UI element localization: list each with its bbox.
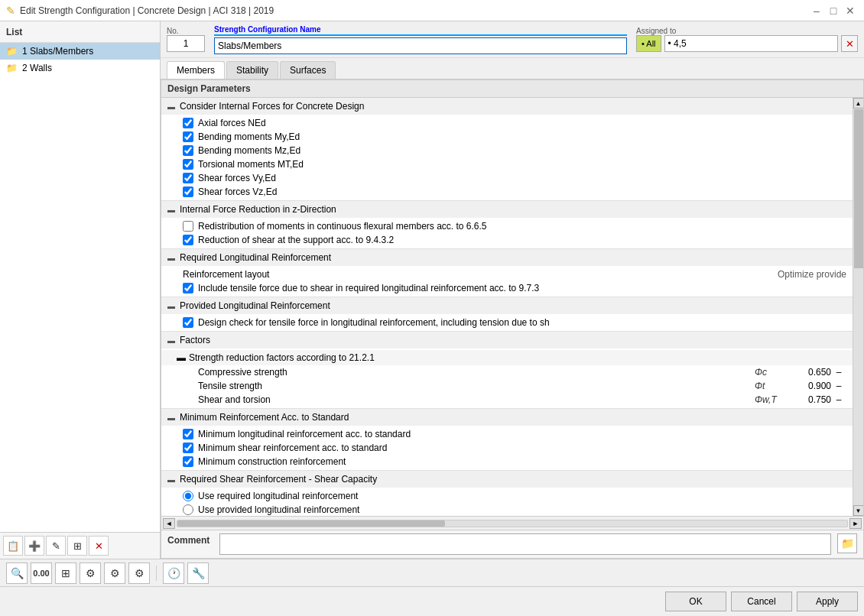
params-scroll[interactable]: ▬ Consider Internal Forces for Concrete … — [161, 98, 853, 516]
section-header-internal-reduction[interactable]: ▬ Internal Force Reduction in z-Directio… — [161, 201, 853, 218]
cb-torsional: Torsional moments MT,Ed — [161, 157, 853, 171]
assigned-label: Assigned to — [636, 27, 858, 35]
cancel-button[interactable]: Cancel — [731, 592, 792, 611]
sub-section-strength-reduction[interactable]: ▬ Strength reduction factors according t… — [161, 350, 853, 365]
checkbox-shear-vz[interactable] — [183, 186, 193, 197]
content-area: List 📁 1 Slabs/Members 📁 2 Walls 📋 ➕ ✎ ⊞… — [0, 21, 864, 559]
cb-bending-my: Bending moments My,Ed — [161, 130, 853, 144]
scroll-thumb — [854, 109, 863, 268]
config-name-input[interactable] — [214, 37, 627, 54]
comment-browse-button[interactable]: 📁 — [837, 533, 857, 553]
sidebar-header: List — [0, 21, 160, 43]
assigned-all-button[interactable]: • All — [636, 35, 661, 52]
section-factors: ▬ Factors ▬ Strength reduction factors a… — [161, 332, 853, 409]
section-header-min-reinforcement[interactable]: ▬ Minimum Reinforcement Acc. to Standard — [161, 409, 853, 426]
sidebar-copy-button[interactable]: 📋 — [3, 536, 23, 556]
section-header-consider-internal[interactable]: ▬ Consider Internal Forces for Concrete … — [161, 98, 853, 115]
tab-stability[interactable]: Stability — [226, 61, 278, 79]
factor-tensile-symbol: Φt — [755, 381, 785, 391]
radio-provided-long[interactable] — [183, 504, 193, 515]
collapse-icon-2: ▬ — [167, 206, 177, 214]
checkbox-include-tensile[interactable] — [183, 283, 193, 293]
section-header-required-shear[interactable]: ▬ Required Shear Reinforcement - Shear C… — [161, 471, 853, 488]
dialog-buttons: OK Cancel Apply — [0, 586, 864, 616]
config-toolbar-button[interactable]: 🔧 — [187, 563, 209, 584]
factor-shear-value: 0.750 — [785, 394, 831, 405]
cb-min-longitudinal: Minimum longitudinal reinforcement acc. … — [161, 427, 853, 441]
no-field: No. — [167, 27, 205, 52]
checkbox-bending-my[interactable] — [183, 131, 193, 142]
comment-label: Comment — [167, 533, 213, 546]
scroll-up-button[interactable]: ▲ — [853, 98, 864, 109]
checkbox-axial[interactable] — [183, 118, 193, 128]
section-provided-long: ▬ Provided Longitudinal Reinforcement De… — [161, 297, 853, 332]
search-toolbar-button[interactable]: 🔍 — [6, 563, 28, 584]
factor-compressive-value: 0.650 — [785, 367, 831, 378]
checkbox-torsional[interactable] — [183, 159, 193, 170]
section-header-provided-long[interactable]: ▬ Provided Longitudinal Reinforcement — [161, 297, 853, 314]
assigned-clear-button[interactable]: ✕ — [841, 35, 858, 52]
section-header-required-long[interactable]: ▬ Required Longitudinal Reinforcement — [161, 249, 853, 266]
apply-button[interactable]: Apply — [797, 592, 858, 611]
label-bending-mz: Bending moments Mz,Ed — [198, 145, 300, 156]
grid-toolbar-button[interactable]: ⊞ — [55, 563, 76, 584]
sidebar-grid-button[interactable]: ⊞ — [67, 536, 87, 556]
section-content-1: Axial forces NEd Bending moments My,Ed B… — [161, 115, 853, 200]
section-title-internal-reduction: Internal Force Reduction in z-Direction — [180, 204, 336, 215]
sidebar-item-walls[interactable]: 📁 2 Walls — [0, 60, 160, 76]
label-axial: Axial forces NEd — [198, 118, 266, 128]
settings1-toolbar-button[interactable]: ⚙ — [80, 563, 101, 584]
sidebar-add-button[interactable]: ➕ — [24, 536, 44, 556]
folder-icon-walls: 📁 — [6, 63, 18, 73]
scroll-left-button[interactable]: ◄ — [163, 518, 175, 529]
checkbox-min-shear[interactable] — [183, 443, 193, 453]
checkbox-redistribution[interactable] — [183, 221, 193, 232]
toolbar-separator — [156, 566, 157, 581]
checkbox-min-longitudinal[interactable] — [183, 429, 193, 439]
checkbox-bending-mz[interactable] — [183, 145, 193, 156]
vertical-scrollbar[interactable]: ▲ ▼ — [853, 98, 863, 516]
assigned-input[interactable] — [664, 35, 838, 52]
label-shear-vz: Shear forces Vz,Ed — [198, 186, 277, 197]
horizontal-scrollbar: ◄ ► — [161, 516, 863, 530]
section-content-7: Use required longitudinal reinforcement … — [161, 488, 853, 516]
checkbox-min-construction[interactable] — [183, 456, 193, 467]
minimize-button[interactable]: – — [809, 3, 824, 18]
tab-surfaces[interactable]: Surfaces — [280, 61, 336, 79]
sidebar-item-label-walls: 2 Walls — [22, 63, 52, 73]
section-title-min-reinforcement: Minimum Reinforcement Acc. to Standard — [180, 412, 349, 423]
settings3-toolbar-button[interactable]: ⚙ — [128, 563, 150, 584]
section-content-6: Minimum longitudinal reinforcement acc. … — [161, 426, 853, 470]
scroll-down-button[interactable]: ▼ — [853, 505, 864, 516]
header-row: No. Strength Configuration Name Assigned… — [161, 21, 864, 58]
sidebar-delete-button[interactable]: ✕ — [89, 536, 109, 556]
checkbox-design-check[interactable] — [183, 317, 193, 328]
bottom-toolbar: 🔍 0.00 ⊞ ⚙ ⚙ ⚙ 🕐 🔧 — [0, 559, 864, 586]
sidebar-edit-button[interactable]: ✎ — [46, 536, 66, 556]
comment-input[interactable] — [219, 533, 831, 555]
close-button[interactable]: ✕ — [843, 3, 858, 18]
radio-use-required: Use required longitudinal reinforcement — [161, 489, 853, 503]
collapse-icon-6: ▬ — [167, 413, 177, 422]
maximize-button[interactable]: □ — [826, 3, 841, 18]
history-toolbar-button[interactable]: 🕐 — [163, 563, 184, 584]
checkbox-reduction-shear[interactable] — [183, 235, 193, 245]
settings2-toolbar-button[interactable]: ⚙ — [104, 563, 125, 584]
reinforcement-layout-value: Optimize provide — [778, 269, 846, 280]
label-min-construction: Minimum construction reinforcement — [198, 456, 346, 467]
section-header-factors[interactable]: ▬ Factors — [161, 332, 853, 349]
no-input[interactable] — [167, 35, 205, 52]
sidebar-item-slabs[interactable]: 📁 1 Slabs/Members — [0, 43, 160, 60]
edit-icon: ✎ — [6, 5, 15, 17]
value-toolbar-button[interactable]: 0.00 — [31, 563, 52, 584]
factor-compressive: Compressive strength Φc 0.650 – — [161, 365, 853, 379]
collapse-icon-5: ▬ — [167, 336, 177, 345]
name-field: Strength Configuration Name — [214, 25, 627, 54]
reinforcement-layout-row: Reinforcement layout Optimize provide — [161, 267, 853, 281]
tab-members[interactable]: Members — [167, 61, 225, 79]
scroll-right-button[interactable]: ► — [849, 518, 862, 529]
section-content-5: ▬ Strength reduction factors according t… — [161, 349, 853, 408]
ok-button[interactable]: OK — [665, 592, 726, 611]
radio-required-long[interactable] — [183, 491, 193, 501]
checkbox-shear-vy[interactable] — [183, 173, 193, 183]
